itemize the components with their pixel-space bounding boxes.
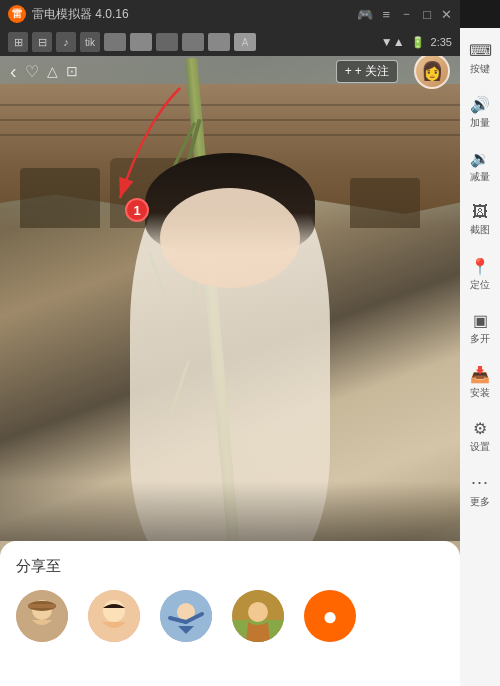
share-contact-3[interactable] bbox=[160, 590, 212, 642]
sidebar-btn-volume-up[interactable]: 🔊 加量 bbox=[462, 86, 498, 138]
share-overlay bbox=[0, 481, 460, 541]
share-title: 分享至 bbox=[16, 557, 444, 576]
sidebar-btn-multi[interactable]: ▣ 多开 bbox=[462, 302, 498, 354]
user-avatar[interactable] bbox=[414, 53, 450, 89]
status-bar: ▼▲ 🔋 2:35 bbox=[381, 35, 452, 49]
location-label: 定位 bbox=[470, 278, 490, 292]
toolbar-icon-4[interactable]: tik bbox=[80, 32, 100, 52]
contact-3-avatar bbox=[160, 590, 212, 642]
contact-4-avatar bbox=[232, 590, 284, 642]
title-bar-left: 雷 雷电模拟器 4.0.16 bbox=[8, 5, 129, 23]
close-icon[interactable]: ✕ bbox=[441, 7, 452, 22]
svg-rect-4 bbox=[28, 604, 56, 608]
sidebar-btn-keys[interactable]: ⌨ 按键 bbox=[462, 32, 498, 84]
app-toolbar: ‹ ♡ △ ⊡ + + 关注 bbox=[0, 56, 460, 86]
toolbar-icon-2[interactable]: ⊟ bbox=[32, 32, 52, 52]
multi-open-label: 多开 bbox=[470, 332, 490, 346]
maximize-icon[interactable]: □ bbox=[423, 7, 431, 22]
battery-icon: 🔋 bbox=[411, 36, 425, 49]
share-icons-row: ● bbox=[16, 590, 444, 642]
follow-plus-icon: + bbox=[345, 64, 352, 78]
volume-down-label: 减量 bbox=[470, 170, 490, 184]
more-icon: ··· bbox=[471, 472, 489, 493]
app-logo: 雷 bbox=[8, 5, 26, 23]
multi-open-icon: ▣ bbox=[473, 311, 488, 330]
follow-button[interactable]: + + 关注 bbox=[336, 60, 398, 83]
toolbar-app-btn-4[interactable] bbox=[182, 33, 204, 51]
volume-up-icon: 🔊 bbox=[470, 95, 490, 114]
controller-icon[interactable]: 🎮 bbox=[357, 7, 373, 22]
contact-1-avatar bbox=[16, 590, 68, 642]
more-label: 更多 bbox=[470, 495, 490, 509]
share-more-icon: ● bbox=[322, 603, 338, 629]
minimize-icon[interactable]: － bbox=[400, 5, 413, 23]
time-display: 2:35 bbox=[431, 36, 452, 48]
keys-icon: ⌨ bbox=[469, 41, 492, 60]
sidebar-btn-settings[interactable]: ⚙ 设置 bbox=[462, 410, 498, 462]
sidebar-btn-more[interactable]: ··· 更多 bbox=[462, 464, 498, 516]
share-contact-4[interactable] bbox=[232, 590, 284, 642]
triangle-icon[interactable]: △ bbox=[47, 63, 58, 79]
svg-point-6 bbox=[103, 600, 125, 622]
sidebar-btn-screenshot[interactable]: 🖼 截图 bbox=[462, 194, 498, 246]
volume-down-icon: 🔉 bbox=[470, 149, 490, 168]
sidebar-btn-install[interactable]: 📥 安装 bbox=[462, 356, 498, 408]
keys-label: 按键 bbox=[470, 62, 490, 76]
back-icon[interactable]: ‹ bbox=[10, 60, 17, 83]
share-contact-1[interactable] bbox=[16, 590, 68, 642]
install-icon: 📥 bbox=[470, 365, 490, 384]
share-contact-2[interactable] bbox=[88, 590, 140, 642]
emulator-screen: ▼▲ 🔋 2:35 ‹ ♡ △ ⊡ + + 关注 1 分享至 bbox=[0, 28, 460, 686]
contact-2-avatar bbox=[88, 590, 140, 642]
toolbar-app-btn-6[interactable]: A bbox=[234, 33, 256, 51]
share-more-button[interactable]: ● bbox=[304, 590, 356, 642]
screenshot-label: 截图 bbox=[470, 223, 490, 237]
screenshot-icon: 🖼 bbox=[472, 203, 488, 221]
toolbar-app-btn-3[interactable] bbox=[156, 33, 178, 51]
toolbar: ⊞ ⊟ ♪ tik A ▼▲ 🔋 2:35 bbox=[0, 28, 460, 56]
annotation-circle-1: 1 bbox=[125, 198, 149, 222]
share-sheet: 分享至 bbox=[0, 541, 460, 686]
svg-point-13 bbox=[248, 602, 268, 622]
menu-icon[interactable]: ≡ bbox=[383, 7, 391, 22]
toolbar-app-btn-5[interactable] bbox=[208, 33, 230, 51]
right-sidebar: ⌨ 按键 🔊 加量 🔉 减量 🖼 截图 📍 定位 ▣ 多开 📥 安装 ⚙ 设置 … bbox=[460, 28, 500, 686]
heart-icon[interactable]: ♡ bbox=[25, 62, 39, 81]
title-bar: 雷 雷电模拟器 4.0.16 🎮 ≡ － □ ✕ bbox=[0, 0, 460, 28]
sidebar-btn-location[interactable]: 📍 定位 bbox=[462, 248, 498, 300]
bookmark-icon[interactable]: ⊡ bbox=[66, 63, 78, 79]
toolbar-app-btn-1[interactable] bbox=[104, 33, 126, 51]
toolbar-icon-3[interactable]: ♪ bbox=[56, 32, 76, 52]
wifi-icon: ▼▲ bbox=[381, 35, 405, 49]
install-label: 安装 bbox=[470, 386, 490, 400]
volume-up-label: 加量 bbox=[470, 116, 490, 130]
settings-label: 设置 bbox=[470, 440, 490, 454]
toolbar-app-btn-2[interactable] bbox=[130, 33, 152, 51]
title-bar-controls: 🎮 ≡ － □ ✕ bbox=[357, 5, 452, 23]
follow-label: + 关注 bbox=[355, 63, 389, 80]
sidebar-btn-volume-down[interactable]: 🔉 减量 bbox=[462, 140, 498, 192]
location-icon: 📍 bbox=[470, 257, 490, 276]
settings-icon: ⚙ bbox=[473, 419, 487, 438]
toolbar-icon-1[interactable]: ⊞ bbox=[8, 32, 28, 52]
app-title: 雷电模拟器 4.0.16 bbox=[32, 6, 129, 23]
